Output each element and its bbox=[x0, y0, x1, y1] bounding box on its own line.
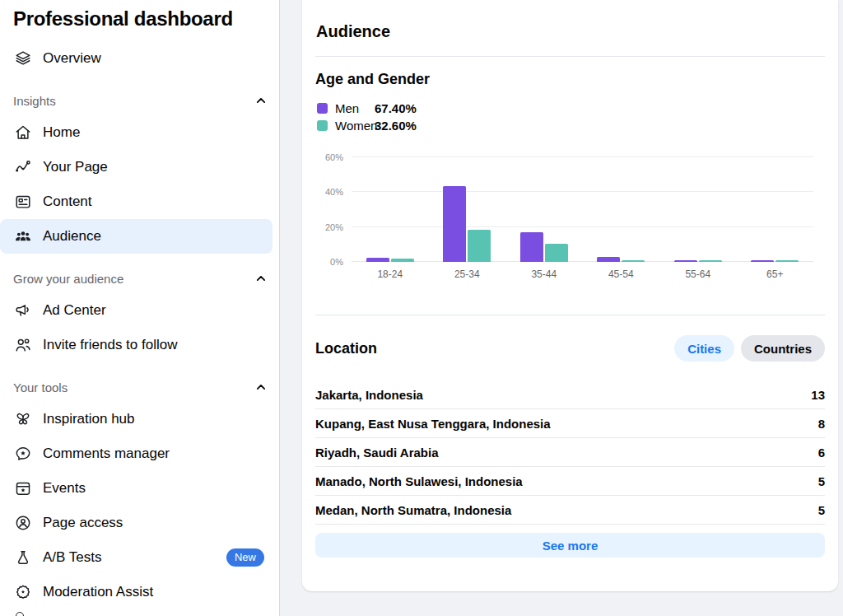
sidebar-item-ad-center[interactable]: Ad Center bbox=[0, 293, 272, 328]
location-row[interactable]: Kupang, East Nusa Tenggara, Indonesia8 bbox=[315, 409, 825, 438]
bar-group-18-24 bbox=[352, 157, 429, 262]
section-label: Insights bbox=[13, 94, 253, 108]
sidebar-item-moderation-assist[interactable]: Moderation Assist bbox=[0, 575, 272, 609]
age-gender-plot: 0%20%40%60% bbox=[352, 157, 813, 262]
y-axis-tick: 60% bbox=[315, 153, 343, 162]
location-count: 13 bbox=[811, 388, 825, 402]
x-axis-tick: 45-54 bbox=[583, 268, 660, 280]
sidebar-item-content[interactable]: Content bbox=[0, 184, 272, 219]
bars-row bbox=[352, 157, 813, 262]
y-axis-tick: 0% bbox=[315, 258, 343, 267]
x-axis-tick: 65+ bbox=[737, 268, 814, 280]
content-icon bbox=[13, 192, 33, 212]
sidebar-item-label: Ad Center bbox=[43, 302, 264, 319]
sidebar-item-label: Comments manager bbox=[43, 446, 264, 462]
women-bar-18-24[interactable] bbox=[391, 259, 414, 262]
women-swatch-icon bbox=[317, 120, 328, 131]
sidebar: Professional dashboard OverviewInsightsH… bbox=[0, 0, 280, 616]
location-list: Jakarta, Indonesia13Kupang, East Nusa Te… bbox=[315, 380, 825, 525]
legend-value: 67.40% bbox=[375, 101, 417, 115]
sidebar-item-label: Overview bbox=[43, 50, 264, 67]
location-row[interactable]: Medan, North Sumatra, Indonesia5 bbox=[315, 496, 825, 525]
sidebar-item-label: Content bbox=[43, 194, 264, 210]
sidebar-item-page-access[interactable]: Page access bbox=[0, 506, 272, 540]
sidebar-item-comments-manager[interactable]: Comments manager bbox=[0, 436, 272, 471]
men-swatch-icon bbox=[317, 103, 328, 114]
sidebar-nav: OverviewInsightsHomeYour PageContentAudi… bbox=[0, 41, 279, 609]
x-axis-tick: 55-64 bbox=[659, 268, 737, 280]
location-count: 6 bbox=[818, 446, 825, 460]
legend-label: Men bbox=[335, 101, 375, 115]
x-axis-tick: 18-24 bbox=[352, 268, 429, 280]
legend-row-women: Women32.60% bbox=[315, 117, 825, 134]
location-name: Medan, North Sumatra, Indonesia bbox=[315, 503, 818, 517]
men-bar-35-44[interactable] bbox=[520, 232, 543, 262]
cities-button[interactable]: Cities bbox=[674, 335, 734, 362]
sidebar-item-your-page[interactable]: Your Page bbox=[0, 150, 272, 184]
sidebar-item-inspiration-hub[interactable]: Inspiration hub bbox=[0, 402, 272, 436]
location-row[interactable]: Jakarta, Indonesia13 bbox=[315, 380, 825, 409]
location-count: 5 bbox=[818, 503, 825, 517]
location-section: Location Cities Countries Jakarta, Indon… bbox=[315, 335, 825, 558]
women-bar-25-34[interactable] bbox=[468, 230, 491, 262]
bar-group-45-54 bbox=[583, 157, 660, 262]
y-axis-tick: 40% bbox=[315, 188, 343, 197]
bar-group-35-44 bbox=[505, 157, 583, 262]
badge-person-icon bbox=[13, 513, 33, 533]
countries-button[interactable]: Countries bbox=[741, 335, 825, 362]
women-bar-55-64[interactable] bbox=[699, 260, 722, 262]
sidebar-item-invite-friends-to-follow[interactable]: Invite friends to follow bbox=[0, 328, 272, 362]
location-row[interactable]: Riyadh, Saudi Arabia6 bbox=[315, 438, 825, 467]
flask-icon bbox=[13, 548, 33, 567]
men-bar-55-64[interactable] bbox=[674, 260, 697, 262]
section-label: Grow your audience bbox=[13, 272, 253, 286]
x-axis-tick: 35-44 bbox=[505, 268, 583, 280]
sidebar-item-events[interactable]: Events bbox=[0, 471, 272, 506]
butterfly-icon bbox=[13, 409, 33, 429]
sidebar-section-your-tools[interactable]: Your tools bbox=[0, 372, 279, 402]
sidebar-item-label: Moderation Assist bbox=[43, 584, 264, 600]
sidebar-section-insights[interactable]: Insights bbox=[0, 86, 279, 115]
sidebar-item-a-b-tests[interactable]: A/B TestsNew bbox=[0, 540, 272, 575]
location-title: Location bbox=[315, 340, 674, 357]
chevron-up-icon[interactable] bbox=[253, 270, 269, 287]
audience-icon bbox=[13, 226, 33, 246]
chevron-up-icon[interactable] bbox=[253, 92, 269, 109]
sidebar-item-label: Inspiration hub bbox=[43, 411, 264, 427]
women-bar-65[interactable] bbox=[775, 260, 799, 262]
men-bar-65[interactable] bbox=[751, 260, 774, 262]
age-gender-section: Age and Gender Men67.40%Women32.60% 0%20… bbox=[315, 71, 825, 280]
age-gender-title: Age and Gender bbox=[315, 71, 825, 88]
sidebar-section-grow-your-audience[interactable]: Grow your audience bbox=[0, 264, 279, 293]
sidebar-item-audience[interactable]: Audience bbox=[0, 219, 272, 254]
women-bar-45-54[interactable] bbox=[622, 260, 645, 263]
men-bar-18-24[interactable] bbox=[366, 258, 389, 262]
location-count: 5 bbox=[818, 474, 825, 488]
y-axis-tick: 20% bbox=[315, 222, 343, 231]
comment-star-icon bbox=[13, 444, 33, 464]
calendar-star-icon bbox=[13, 478, 33, 498]
sidebar-item-home[interactable]: Home bbox=[0, 115, 272, 150]
location-name: Riyadh, Saudi Arabia bbox=[315, 446, 818, 460]
new-badge: New bbox=[226, 548, 264, 567]
divider bbox=[315, 56, 825, 57]
legend-value: 32.60% bbox=[375, 119, 417, 133]
divider bbox=[315, 315, 825, 315]
women-bar-35-44[interactable] bbox=[545, 244, 568, 262]
age-gender-legend: Men67.40%Women32.60% bbox=[315, 100, 825, 134]
bar-group-25-34 bbox=[429, 157, 506, 262]
sidebar-item-label: Audience bbox=[43, 228, 264, 245]
location-row[interactable]: Manado, North Sulawesi, Indonesia5 bbox=[315, 467, 825, 496]
sidebar-item-overview[interactable]: Overview bbox=[0, 41, 272, 76]
x-axis-tick: 25-34 bbox=[429, 268, 506, 280]
men-bar-45-54[interactable] bbox=[597, 257, 620, 262]
location-name: Jakarta, Indonesia bbox=[315, 388, 811, 402]
section-label: Your tools bbox=[13, 380, 253, 394]
see-more-button[interactable]: See more bbox=[315, 533, 825, 558]
men-bar-25-34[interactable] bbox=[443, 186, 466, 262]
age-gender-xlabels: 18-2425-3435-4445-5455-6465+ bbox=[352, 268, 813, 280]
sidebar-item-label: Home bbox=[43, 124, 264, 141]
location-count: 8 bbox=[818, 417, 825, 431]
chevron-up-icon[interactable] bbox=[253, 379, 269, 395]
sidebar-item-label: Page access bbox=[43, 515, 264, 531]
